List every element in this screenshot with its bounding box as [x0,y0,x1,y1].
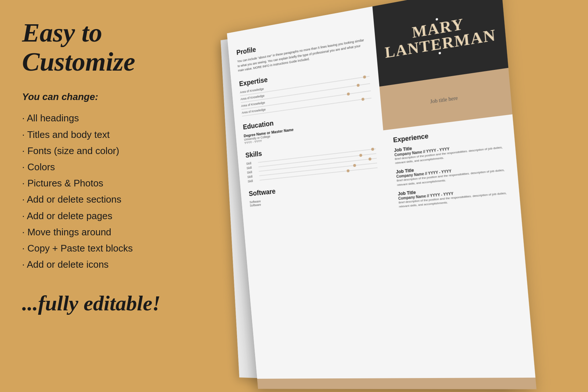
feature-list: · All headings · Titles and body text · … [22,110,184,272]
dot-decoration-2 [438,52,441,54]
subtitle: You can change: [22,91,184,103]
resume-job-title: Job title here [430,95,458,105]
resume-right-column: Experience Job Title Company Name // YYY… [387,114,521,221]
list-item: · Fonts (size and color) [22,143,184,159]
list-item: · Colors [22,159,184,175]
list-item: · All headings [22,110,184,126]
resume-container: MARY LANTERMAN Job title here Profile Yo… [202,0,588,392]
main-title: Easy to Customize [22,18,184,76]
list-item: · Copy + Paste text blocks [22,240,184,256]
resume-paper: MARY LANTERMAN Job title here Profile Yo… [227,0,536,389]
list-item: · Titles and body text [22,126,184,143]
bottom-strip [257,378,537,389]
list-item: · Move things around [22,224,184,240]
footer-text: ...fully editable! [22,291,184,316]
list-item: · Pictures & Photos [22,175,184,191]
left-panel: Easy to Customize You can change: · All … [0,0,206,392]
resume-left-column: Profile You can include "about me" in th… [227,6,390,218]
list-item: · Add or delete sections [22,191,184,207]
list-item: · Add or delete pages [22,208,184,224]
list-item: · Add or delete icons [22,256,184,272]
